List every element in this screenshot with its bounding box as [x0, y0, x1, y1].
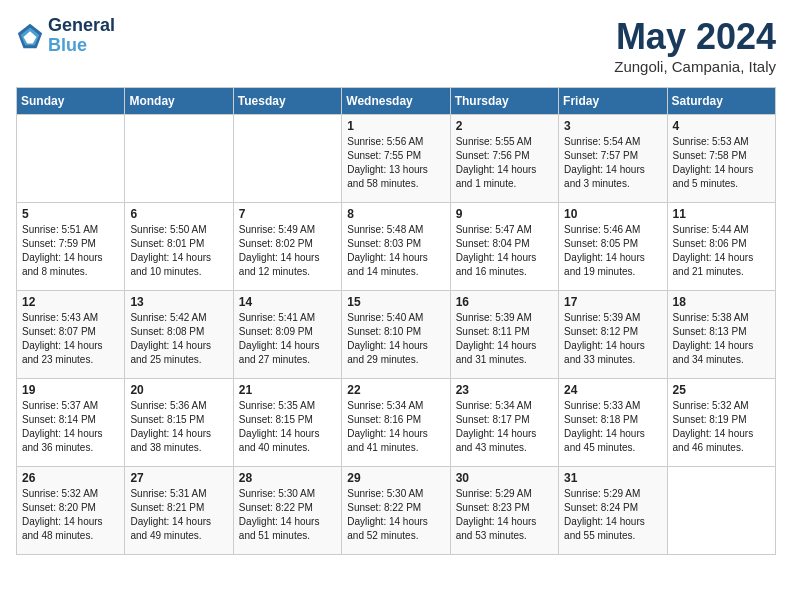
- col-header-monday: Monday: [125, 88, 233, 115]
- day-number: 11: [673, 207, 770, 221]
- day-number: 26: [22, 471, 119, 485]
- day-number: 14: [239, 295, 336, 309]
- day-cell: 2Sunrise: 5:55 AMSunset: 7:56 PMDaylight…: [450, 115, 558, 203]
- day-cell: 11Sunrise: 5:44 AMSunset: 8:06 PMDayligh…: [667, 203, 775, 291]
- cell-content: and 23 minutes.: [22, 353, 119, 367]
- cell-content: Sunrise: 5:29 AM: [456, 487, 553, 501]
- day-cell: 26Sunrise: 5:32 AMSunset: 8:20 PMDayligh…: [17, 467, 125, 555]
- day-number: 25: [673, 383, 770, 397]
- day-number: 6: [130, 207, 227, 221]
- day-number: 15: [347, 295, 444, 309]
- logo: General Blue: [16, 16, 115, 56]
- cell-content: Sunset: 7:58 PM: [673, 149, 770, 163]
- cell-content: Sunset: 8:19 PM: [673, 413, 770, 427]
- cell-content: and 45 minutes.: [564, 441, 661, 455]
- day-number: 16: [456, 295, 553, 309]
- cell-content: and 19 minutes.: [564, 265, 661, 279]
- cell-content: and 31 minutes.: [456, 353, 553, 367]
- cell-content: Sunset: 8:13 PM: [673, 325, 770, 339]
- day-cell: 15Sunrise: 5:40 AMSunset: 8:10 PMDayligh…: [342, 291, 450, 379]
- cell-content: and 48 minutes.: [22, 529, 119, 543]
- day-number: 7: [239, 207, 336, 221]
- cell-content: and 55 minutes.: [564, 529, 661, 543]
- cell-content: Daylight: 13 hours: [347, 163, 444, 177]
- day-number: 12: [22, 295, 119, 309]
- day-cell: [125, 115, 233, 203]
- cell-content: and 12 minutes.: [239, 265, 336, 279]
- cell-content: Sunrise: 5:51 AM: [22, 223, 119, 237]
- day-cell: [233, 115, 341, 203]
- cell-content: Sunrise: 5:49 AM: [239, 223, 336, 237]
- cell-content: Daylight: 14 hours: [564, 251, 661, 265]
- cell-content: and 8 minutes.: [22, 265, 119, 279]
- day-cell: 1Sunrise: 5:56 AMSunset: 7:55 PMDaylight…: [342, 115, 450, 203]
- cell-content: Sunrise: 5:35 AM: [239, 399, 336, 413]
- cell-content: Sunrise: 5:37 AM: [22, 399, 119, 413]
- week-row-4: 19Sunrise: 5:37 AMSunset: 8:14 PMDayligh…: [17, 379, 776, 467]
- week-row-5: 26Sunrise: 5:32 AMSunset: 8:20 PMDayligh…: [17, 467, 776, 555]
- calendar-table: SundayMondayTuesdayWednesdayThursdayFrid…: [16, 87, 776, 555]
- day-number: 2: [456, 119, 553, 133]
- cell-content: Sunset: 8:15 PM: [130, 413, 227, 427]
- cell-content: Sunset: 7:59 PM: [22, 237, 119, 251]
- cell-content: Sunset: 8:23 PM: [456, 501, 553, 515]
- cell-content: and 14 minutes.: [347, 265, 444, 279]
- logo-text: General Blue: [48, 16, 115, 56]
- cell-content: Sunrise: 5:30 AM: [347, 487, 444, 501]
- day-cell: 20Sunrise: 5:36 AMSunset: 8:15 PMDayligh…: [125, 379, 233, 467]
- cell-content: Sunset: 8:01 PM: [130, 237, 227, 251]
- cell-content: Sunset: 8:20 PM: [22, 501, 119, 515]
- day-number: 13: [130, 295, 227, 309]
- day-cell: 23Sunrise: 5:34 AMSunset: 8:17 PMDayligh…: [450, 379, 558, 467]
- cell-content: Sunset: 8:10 PM: [347, 325, 444, 339]
- col-header-sunday: Sunday: [17, 88, 125, 115]
- cell-content: and 21 minutes.: [673, 265, 770, 279]
- day-number: 19: [22, 383, 119, 397]
- cell-content: Daylight: 14 hours: [239, 515, 336, 529]
- day-cell: 6Sunrise: 5:50 AMSunset: 8:01 PMDaylight…: [125, 203, 233, 291]
- day-number: 23: [456, 383, 553, 397]
- cell-content: Daylight: 14 hours: [456, 427, 553, 441]
- location: Zungoli, Campania, Italy: [614, 58, 776, 75]
- cell-content: and 29 minutes.: [347, 353, 444, 367]
- week-row-3: 12Sunrise: 5:43 AMSunset: 8:07 PMDayligh…: [17, 291, 776, 379]
- day-cell: 8Sunrise: 5:48 AMSunset: 8:03 PMDaylight…: [342, 203, 450, 291]
- cell-content: and 5 minutes.: [673, 177, 770, 191]
- day-number: 22: [347, 383, 444, 397]
- cell-content: Sunset: 8:24 PM: [564, 501, 661, 515]
- logo-line1: General: [48, 16, 115, 36]
- cell-content: Daylight: 14 hours: [673, 163, 770, 177]
- day-number: 20: [130, 383, 227, 397]
- month-title: May 2024: [614, 16, 776, 58]
- cell-content: Sunset: 8:18 PM: [564, 413, 661, 427]
- cell-content: Sunset: 8:02 PM: [239, 237, 336, 251]
- title-block: May 2024 Zungoli, Campania, Italy: [614, 16, 776, 75]
- cell-content: Sunrise: 5:56 AM: [347, 135, 444, 149]
- col-header-wednesday: Wednesday: [342, 88, 450, 115]
- cell-content: Daylight: 14 hours: [347, 251, 444, 265]
- cell-content: Sunset: 8:21 PM: [130, 501, 227, 515]
- cell-content: and 53 minutes.: [456, 529, 553, 543]
- logo-icon: [16, 22, 44, 50]
- cell-content: and 58 minutes.: [347, 177, 444, 191]
- day-number: 24: [564, 383, 661, 397]
- cell-content: Daylight: 14 hours: [239, 427, 336, 441]
- cell-content: Sunrise: 5:34 AM: [347, 399, 444, 413]
- cell-content: Sunset: 8:03 PM: [347, 237, 444, 251]
- day-cell: 24Sunrise: 5:33 AMSunset: 8:18 PMDayligh…: [559, 379, 667, 467]
- cell-content: Daylight: 14 hours: [456, 515, 553, 529]
- cell-content: Sunset: 8:16 PM: [347, 413, 444, 427]
- col-header-tuesday: Tuesday: [233, 88, 341, 115]
- cell-content: and 1 minute.: [456, 177, 553, 191]
- cell-content: Daylight: 14 hours: [564, 427, 661, 441]
- cell-content: and 38 minutes.: [130, 441, 227, 455]
- cell-content: Daylight: 14 hours: [130, 339, 227, 353]
- day-cell: 22Sunrise: 5:34 AMSunset: 8:16 PMDayligh…: [342, 379, 450, 467]
- cell-content: Sunrise: 5:40 AM: [347, 311, 444, 325]
- cell-content: and 52 minutes.: [347, 529, 444, 543]
- day-cell: 10Sunrise: 5:46 AMSunset: 8:05 PMDayligh…: [559, 203, 667, 291]
- cell-content: Sunrise: 5:39 AM: [456, 311, 553, 325]
- cell-content: and 41 minutes.: [347, 441, 444, 455]
- day-cell: 21Sunrise: 5:35 AMSunset: 8:15 PMDayligh…: [233, 379, 341, 467]
- day-number: 29: [347, 471, 444, 485]
